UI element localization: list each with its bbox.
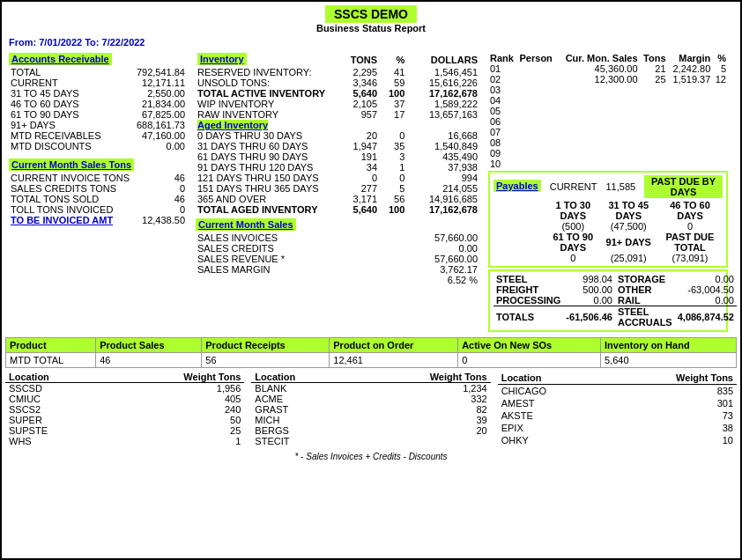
rank-row: 10: [488, 158, 728, 169]
wip-pct: 37: [379, 99, 406, 109]
ar-disc-label: MTD DISCOUNTS: [9, 141, 123, 151]
inv-row: WIP INVENTORY 2,105 37 1,589,222: [196, 99, 479, 109]
aged365-dollars: 14,916,685: [406, 194, 479, 204]
person-header: Person: [518, 53, 558, 63]
inv-tons-value: 46: [137, 173, 187, 183]
ar-31-label: 31 TO 45 DAYS: [9, 88, 123, 99]
unsold-label: UNSOLD TONS:: [196, 77, 337, 88]
rank01-sales: 45,360.00: [557, 63, 639, 74]
storage-label: STORAGE: [615, 274, 675, 284]
rank-row: 04: [488, 95, 728, 106]
tbi-value: 12,438.50: [137, 215, 187, 225]
steel-val1: 998.04: [563, 274, 615, 284]
ar-label: Accounts Receivable: [9, 53, 112, 65]
aged-total-dollars: 17,162,678: [406, 204, 479, 215]
pd-col3: 46 TO 60 DAYS: [657, 200, 723, 221]
sales-tons-label: Current Month Sales Tons: [9, 158, 134, 171]
loc1-tons-header: Weight Tons: [107, 372, 244, 383]
total-tons-label: TOTAL TONS SOLD: [9, 194, 137, 204]
loc-row: CHICAGO835: [498, 385, 737, 398]
aged31-pct: 35: [379, 141, 406, 151]
loc3-header: Location: [498, 372, 605, 385]
aged61-dollars: 435,490: [406, 151, 479, 162]
cur-month-label: Current Month Sales: [196, 218, 296, 231]
raw-dollars: 13,657,163: [406, 109, 479, 120]
ar-61-label: 61 TO 90 DAYS: [9, 109, 123, 120]
rank02-tons: 25: [640, 74, 668, 85]
ar-disc-value: 0.00: [123, 141, 187, 151]
ar-current-label: CURRENT: [9, 77, 123, 88]
total-active-pct: 100: [379, 88, 406, 99]
steel-row: FREIGHT 500.00 OTHER -63,004.50: [493, 284, 737, 295]
aged151-dollars: 214,055: [406, 183, 479, 194]
aged-total-label: TOTAL AGED INVENTORY: [196, 204, 337, 215]
loc-row: WHS1: [5, 436, 244, 446]
aged61-pct: 3: [379, 151, 406, 162]
aged91-label: 91 DAYS THRU 120 DAYS: [196, 162, 337, 173]
reserved-dollars: 1,546,451: [406, 67, 479, 77]
aged151-label: 151 DAYS THRU 365 DAYS: [196, 183, 337, 194]
aged365-tons: 3,171: [337, 194, 379, 204]
ar-row: 46 TO 60 DAYS21,834.00: [9, 99, 187, 109]
rank02-pct: 12: [712, 74, 728, 85]
sales-rev-value: 57,660.00: [383, 254, 479, 264]
aged151-pct: 5: [379, 183, 406, 194]
wip-tons: 2,105: [337, 99, 379, 109]
cur-sales-row: SALES CREDITS 0.00: [196, 243, 479, 254]
rail-val: 0.00: [675, 295, 737, 306]
ar-46-label: 46 TO 60 DAYS: [9, 99, 123, 109]
aged-row: 61 DAYS THRU 90 DAYS 191 3 435,490: [196, 151, 479, 162]
rank-row: 06: [488, 116, 728, 127]
ar-row: TOTAL792,541.84: [9, 67, 187, 77]
toll-tons-value: 0: [137, 204, 187, 215]
pd-val1-0: (500): [546, 221, 599, 232]
product-name: MTD TOTAL: [6, 353, 96, 368]
aged-total-pct: 100: [379, 204, 406, 215]
inv-row: UNSOLD TONS: 3,346 59 15,616,226: [196, 77, 479, 88]
aged91-dollars: 37,938: [406, 162, 479, 173]
product-order-val: 12,461: [330, 353, 458, 368]
ar-total-value: 792,541.84: [123, 67, 187, 77]
product-new-so-header: Active On New SOs: [458, 338, 601, 353]
payables-label: Payables: [493, 180, 541, 192]
rail-label: RAIL: [615, 295, 675, 306]
loc-row: MICH39: [251, 415, 490, 425]
inv-row: TOTAL ACTIVE INVENTORY 5,640 100 17,162,…: [196, 88, 479, 99]
aged151-tons: 277: [337, 183, 379, 194]
wip-label: WIP INVENTORY: [196, 99, 337, 109]
ar-row: MTD RECEIVABLES47,160.00: [9, 130, 187, 141]
pct-header2: %: [712, 53, 728, 63]
ar-mtd-label: MTD RECEIVABLES: [9, 130, 123, 141]
aged0-label: 0 DAYS THRU 30 DAYS: [196, 130, 337, 141]
aged121-pct: 0: [379, 173, 406, 183]
rank-row: 07: [488, 127, 728, 137]
unsold-tons: 3,346: [337, 77, 379, 88]
ar-61-value: 67,825.00: [123, 109, 187, 120]
ar-91-label: 91+ DAYS: [9, 120, 123, 130]
steel-label: STEEL: [493, 274, 563, 284]
loc3-tons-header: Weight Tons: [605, 372, 737, 385]
app-title: SSCS DEMO: [325, 5, 417, 23]
product-sales-header: Product Sales: [96, 338, 202, 353]
pd-col6: PAST DUE TOTAL: [657, 232, 723, 253]
inventory-label: Inventory: [197, 53, 247, 65]
ar-row: 31 TO 45 DAYS2,550.00: [9, 88, 187, 99]
loc-row: SSCS2240: [5, 404, 244, 415]
raw-tons: 957: [337, 109, 379, 120]
total-active-label: TOTAL ACTIVE INVENTORY: [196, 88, 337, 99]
aged121-dollars: 994: [406, 173, 479, 183]
wip-dollars: 1,589,222: [406, 99, 479, 109]
processing-val1: 0.00: [563, 295, 615, 306]
dollars-header: DOLLARS: [406, 53, 479, 67]
cur-sales-row: 6.52 %: [196, 275, 479, 285]
loc-row: BERGS20: [251, 425, 490, 436]
steel-accruals-val: 4,086,874.52: [675, 306, 737, 328]
ar-91-value: 688,161.73: [123, 120, 187, 130]
aged-row: TOTAL AGED INVENTORY 5,640 100 17,162,67…: [196, 204, 479, 215]
raw-pct: 17: [379, 109, 406, 120]
pd-col5: 91+ DAYS: [599, 232, 657, 253]
unsold-dollars: 15,616,226: [406, 77, 479, 88]
total-active-dollars: 17,162,678: [406, 88, 479, 99]
total-active-tons: 5,640: [337, 88, 379, 99]
ar-31-value: 2,550.00: [123, 88, 187, 99]
